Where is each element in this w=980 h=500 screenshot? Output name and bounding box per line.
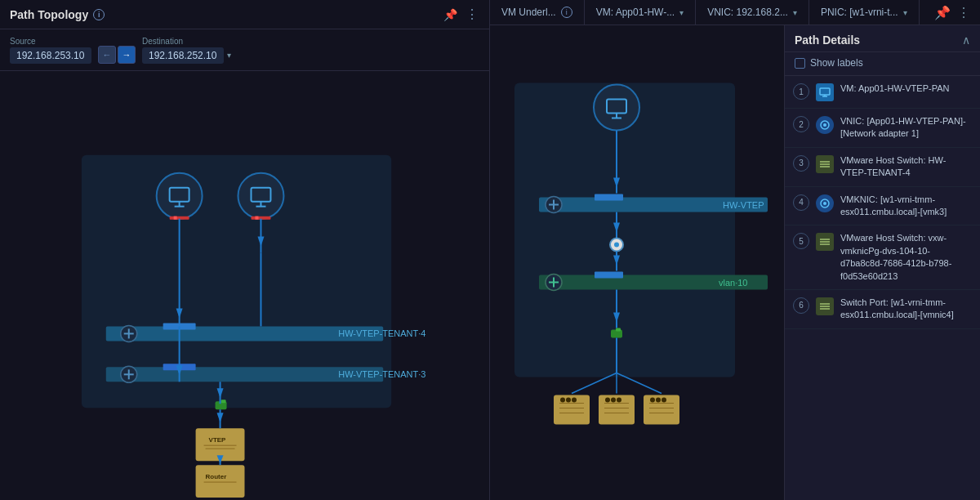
path-text-5: VMware Host Switch: vxw-vmknicPg-dvs-104…: [840, 232, 972, 283]
more-icon[interactable]: ⋮: [466, 7, 479, 22]
port-icon-6: [816, 297, 834, 315]
tab-vm-underlay-label: VM Underl...: [501, 7, 556, 18]
svg-rect-94: [644, 395, 679, 425]
svg-rect-6: [174, 217, 177, 220]
svg-rect-42: [196, 465, 245, 498]
vnic-icon-2: [816, 116, 834, 134]
svg-point-100: [662, 398, 666, 403]
svg-text:VTEP: VTEP: [209, 436, 226, 444]
svg-point-7: [238, 173, 284, 219]
source-dest-bar: Source 192.168.253.10 ← → Destination 19…: [0, 29, 489, 71]
path-num-1: 1: [793, 83, 809, 100]
path-text-2: VNIC: [App01-HW-VTEP-PAN]-[Network adapt…: [840, 115, 972, 141]
path-num-3: 3: [793, 155, 809, 172]
svg-point-105: [823, 123, 826, 127]
path-text-4: VMKNIC: [w1-vrni-tmm-esx011.cmbu.local]-…: [840, 194, 972, 219]
path-item-5: 5 VMware Host Switch: vxw-vmknicPg-dvs-1…: [785, 225, 980, 290]
left-panel-title: Path Topology i: [10, 8, 105, 21]
svg-rect-87: [599, 395, 635, 425]
svg-point-93: [617, 398, 621, 403]
path-num-2: 2: [793, 116, 809, 132]
svg-point-92: [611, 398, 616, 403]
tab-pnic[interactable]: PNIC: [w1-vrni-t... ▾: [809, 0, 920, 25]
back-arrow-btn[interactable]: ←: [98, 46, 116, 64]
path-details-collapse-btn[interactable]: ∧: [962, 33, 970, 47]
pin-icon-right[interactable]: 📌: [934, 5, 951, 20]
source-group: Source 192.168.253.10: [10, 37, 91, 64]
tab-vnic-label: VNIC: 192.168.2...: [707, 7, 788, 18]
source-label: Source: [10, 37, 91, 46]
more-icon-right[interactable]: ⋮: [957, 5, 970, 20]
svg-point-84: [560, 398, 565, 403]
svg-rect-58: [595, 194, 623, 201]
path-topology-info-icon[interactable]: i: [93, 9, 105, 20]
tab-vm-app01[interactable]: VM: App01-HW-... ▾: [585, 0, 696, 25]
right-header: VM Underl... i VM: App01-HW-... ▾ VNIC: …: [490, 0, 980, 25]
svg-rect-101: [820, 88, 830, 95]
show-labels-checkbox[interactable]: [795, 58, 805, 69]
svg-rect-33: [221, 400, 226, 403]
path-item-4: 4 VMKNIC: [w1-vrni-tmm-esx011.cmbu.local…: [785, 187, 980, 226]
tab-vnic-caret[interactable]: ▾: [793, 8, 797, 17]
tab-pnic-caret[interactable]: ▾: [903, 8, 907, 17]
svg-point-110: [823, 202, 826, 205]
svg-text:HW-VTEP-TENANT·3: HW-VTEP-TENANT·3: [338, 369, 425, 379]
svg-text:HW-VTEP-TENANT·4: HW-VTEP-TENANT·4: [338, 328, 425, 338]
svg-rect-70: [595, 272, 623, 279]
path-details-header: Path Details ∧: [785, 25, 980, 52]
path-item-2: 2 VNIC: [App01-HW-VTEP-PAN]-[Network ada…: [785, 109, 980, 148]
pin-icon[interactable]: 📌: [443, 8, 457, 21]
dest-dropdown-caret[interactable]: ▾: [227, 51, 231, 60]
path-text-1: VM: App01-HW-VTEP-PAN: [840, 83, 949, 95]
path-item-6: 6 Switch Port: [w1-vrni-tmm-esx011.cmbu.…: [785, 290, 980, 329]
path-details-panel: Path Details ∧ Show labels 1 VM: App01-H…: [784, 25, 980, 500]
vm-icon-1: [816, 83, 834, 101]
vmknic-icon-4: [816, 194, 834, 212]
right-content: HW-VTEP vlan·10: [490, 25, 980, 500]
path-text-6: Switch Port: [w1-vrni-tmm-esx011.cmbu.lo…: [840, 297, 972, 322]
show-labels-row: Show labels: [785, 52, 980, 76]
svg-rect-80: [554, 395, 590, 425]
switch-icon-5: [816, 233, 834, 251]
left-panel: Path Topology i 📌 ⋮ Source 192.168.253.1…: [0, 0, 490, 500]
svg-text:Router: Router: [206, 473, 227, 480]
svg-point-98: [650, 398, 655, 403]
path-num-5: 5: [793, 233, 809, 249]
dest-group: Destination 192.168.252.10 ▾: [142, 37, 231, 64]
tab-vnic[interactable]: VNIC: 192.168.2... ▾: [696, 0, 809, 25]
tab-pnic-label: PNIC: [w1-vrni-t...: [821, 7, 898, 18]
path-details-title: Path Details: [795, 33, 860, 47]
tab-vm-app01-label: VM: App01-HW-...: [596, 7, 675, 18]
tab-vm-underlay-info[interactable]: i: [561, 7, 572, 18]
tab-vm-app01-caret[interactable]: ▾: [679, 8, 684, 17]
left-topology-canvas: HW-VTEP-TENANT·4 HW-VTEP-TENANT·3 V: [0, 71, 489, 500]
right-topology-svg: HW-VTEP vlan·10: [490, 25, 784, 500]
path-item-3: 3 VMware Host Switch: HW-VTEP-TENANT-4: [785, 148, 980, 187]
svg-point-63: [614, 243, 619, 248]
dest-value: 192.168.252.10: [142, 47, 224, 64]
path-num-6: 6: [793, 297, 809, 314]
svg-point-91: [605, 398, 610, 403]
tab-vm-underlay[interactable]: VM Underl... i: [490, 0, 585, 25]
right-topology: HW-VTEP vlan·10: [490, 25, 784, 500]
svg-point-1: [157, 173, 203, 219]
svg-marker-41: [217, 413, 224, 422]
left-panel-header: Path Topology i 📌 ⋮: [0, 0, 489, 29]
direction-btns: ← →: [98, 46, 136, 64]
switch-icon-3: [816, 155, 834, 173]
path-item-1: 1 VM: App01-HW-VTEP-PAN: [785, 76, 980, 109]
left-topology-svg: HW-VTEP-TENANT·4 HW-VTEP-TENANT·3 V: [0, 71, 489, 500]
source-value: 192.168.253.10: [10, 47, 91, 64]
path-text-3: VMware Host Switch: HW-VTEP-TENANT-4: [840, 154, 972, 180]
svg-point-48: [594, 85, 639, 131]
right-tab-actions: 📌 ⋮: [934, 5, 980, 20]
left-panel-actions: 📌 ⋮: [443, 7, 479, 22]
show-labels-text: Show labels: [810, 57, 863, 69]
forward-arrow-btn[interactable]: →: [118, 46, 136, 64]
svg-point-86: [572, 398, 577, 403]
path-topology-title: Path Topology: [10, 8, 88, 21]
svg-rect-12: [255, 217, 258, 220]
svg-point-85: [566, 398, 571, 403]
right-panel: VM Underl... i VM: App01-HW-... ▾ VNIC: …: [490, 0, 980, 500]
svg-rect-75: [616, 328, 621, 332]
